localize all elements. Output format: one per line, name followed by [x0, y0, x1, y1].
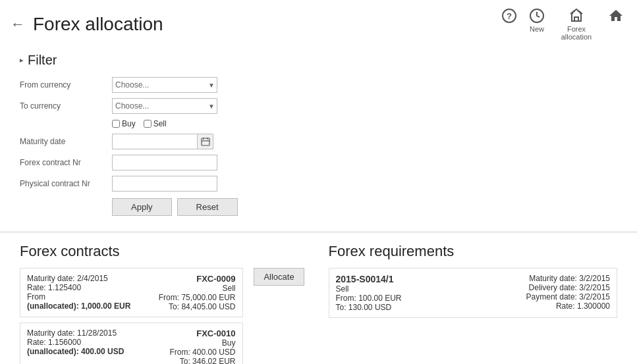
- contract-2-rate: Rate: 1.156000: [27, 338, 169, 347]
- forex-contract-nr-label: Forex contract Nr: [20, 158, 112, 167]
- allocate-button[interactable]: Allocate: [254, 268, 304, 286]
- to-currency-select-wrapper: Choose... EUR USD GBP JPY ▼: [112, 98, 217, 114]
- filter-header: ▸ Filter: [20, 53, 617, 68]
- requirements-panel: Forex requirements 2015-S0014/1 Sell Fro…: [309, 243, 618, 364]
- contract-1-from-unallocated: (unallocated): 1,000.00 EUR: [27, 301, 159, 311]
- maturity-date-row: Maturity date: [20, 134, 617, 149]
- physical-contract-nr-label: Physical contract Nr: [20, 179, 112, 188]
- contract-2-to-amount: To: 346.02 EUR: [169, 357, 235, 364]
- contract-1-maturity: Maturity date: 2/4/2015: [27, 274, 159, 283]
- from-currency-select-wrapper: Choose... EUR USD GBP JPY ▼: [112, 77, 217, 93]
- req-1-from: From: 100.00 EUR: [336, 294, 526, 303]
- contract-1-to-amount: To: 84,405.00 USD: [159, 302, 236, 311]
- header: ← Forex allocation ? New Forex: [0, 0, 637, 46]
- requirement-card-1: 2015-S0014/1 Sell From: 100.00 EUR To: 1…: [329, 268, 618, 318]
- maturity-date-label: Maturity date: [20, 137, 112, 146]
- bottom-section: Forex contracts Maturity date: 2/4/2015 …: [0, 232, 637, 364]
- svg-rect-4: [202, 138, 209, 145]
- req-1-maturity: Maturity date: 3/2/2015: [526, 274, 610, 283]
- back-button[interactable]: ←: [11, 17, 25, 32]
- contract-2-from-amount: From: 400.00 USD: [169, 348, 235, 357]
- contract-1-type: Sell: [159, 284, 236, 293]
- home-button[interactable]: [608, 8, 624, 24]
- contract-card-1-left: Maturity date: 2/4/2015 Rate: 1.125400 F…: [27, 274, 159, 311]
- header-left: ← Forex allocation: [11, 14, 163, 35]
- maturity-date-control: [112, 134, 213, 149]
- contract-1-from-label: From: [27, 292, 159, 301]
- requirements-title: Forex requirements: [329, 243, 618, 260]
- clock-button[interactable]: New: [529, 8, 545, 33]
- req-1-payment: Payment date: 3/2/2015: [526, 292, 610, 301]
- contract-1-id: FXC-0009: [159, 274, 236, 284]
- forex-contract-nr-row: Forex contract Nr: [20, 155, 617, 170]
- help-button[interactable]: ?: [501, 8, 517, 24]
- filter-collapse-icon[interactable]: ▸: [20, 56, 24, 65]
- req-1-rate: Rate: 1.300000: [526, 301, 610, 311]
- requirement-card-1-inner: 2015-S0014/1 Sell From: 100.00 EUR To: 1…: [336, 274, 611, 312]
- svg-rect-3: [574, 17, 578, 21]
- contract-1-rate: Rate: 1.125400: [27, 283, 159, 292]
- from-currency-select[interactable]: Choose... EUR USD GBP JPY: [112, 77, 217, 93]
- req-1-to: To: 130.00 USD: [336, 303, 526, 312]
- contracts-list: Maturity date: 2/4/2015 Rate: 1.125400 F…: [20, 268, 243, 364]
- contract-card-2-right: FXC-0010 Buy From: 400.00 USD To: 346.02…: [169, 328, 235, 364]
- contract-card-2-left: Maturity date: 11/28/2015 Rate: 1.156000…: [27, 328, 169, 364]
- from-currency-control: Choose... EUR USD GBP JPY ▼: [112, 77, 217, 93]
- contract-2-maturity: Maturity date: 11/28/2015: [27, 328, 169, 338]
- contracts-title: Forex contracts: [20, 243, 309, 260]
- contract-card-1-inner: Maturity date: 2/4/2015 Rate: 1.125400 F…: [27, 274, 236, 311]
- header-icons: ? New Forex allocation: [501, 8, 624, 41]
- buy-checkbox-label[interactable]: Buy: [112, 119, 136, 128]
- contracts-panel: Forex contracts Maturity date: 2/4/2015 …: [20, 243, 309, 364]
- from-currency-label: From currency: [20, 80, 112, 90]
- sell-label-text: Sell: [153, 119, 167, 128]
- calendar-button[interactable]: [198, 134, 213, 149]
- sell-checkbox-label[interactable]: Sell: [144, 119, 167, 128]
- contract-card-1-right: FXC-0009 Sell From: 75,000.00 EUR To: 84…: [159, 274, 236, 311]
- contract-2-type: Buy: [169, 338, 235, 348]
- contracts-with-button: Maturity date: 2/4/2015 Rate: 1.125400 F…: [20, 268, 309, 364]
- to-currency-control: Choose... EUR USD GBP JPY ▼: [112, 98, 217, 114]
- to-currency-row: To currency Choose... EUR USD GBP JPY ▼: [20, 98, 617, 114]
- buy-checkbox[interactable]: [112, 120, 120, 128]
- contract-2-from-unallocated: (unallocated): 400.00 USD: [27, 347, 169, 356]
- svg-text:?: ?: [507, 11, 512, 21]
- allocate-area: Allocate: [250, 268, 309, 286]
- req-1-left: 2015-S0014/1 Sell From: 100.00 EUR To: 1…: [336, 274, 526, 312]
- buy-sell-row: Buy Sell: [112, 119, 617, 128]
- page-title: Forex allocation: [33, 14, 163, 35]
- filter-buttons: Apply Reset: [112, 198, 617, 216]
- new-label: New: [530, 25, 544, 33]
- contract-card-2-inner: Maturity date: 11/28/2015 Rate: 1.156000…: [27, 328, 236, 364]
- req-1-delivery: Delivery date: 3/2/2015: [526, 283, 610, 292]
- forex-allocation-nav-button[interactable]: Forex allocation: [557, 8, 596, 41]
- filter-section: ▸ Filter From currency Choose... EUR USD…: [0, 46, 637, 226]
- to-currency-select[interactable]: Choose... EUR USD GBP JPY: [112, 98, 217, 114]
- req-1-id: 2015-S0014/1: [336, 274, 526, 284]
- forex-contract-nr-input[interactable]: [112, 155, 217, 170]
- contract-card-2: Maturity date: 11/28/2015 Rate: 1.156000…: [20, 323, 243, 364]
- physical-contract-nr-row: Physical contract Nr: [20, 176, 617, 192]
- contract-1-from-amount: From: 75,000.00 EUR: [159, 293, 236, 302]
- filter-title: Filter: [28, 53, 57, 68]
- contract-2-id: FXC-0010: [169, 328, 235, 338]
- forex-allocation-label: Forex allocation: [557, 25, 596, 41]
- contract-card-1: Maturity date: 2/4/2015 Rate: 1.125400 F…: [20, 268, 243, 317]
- buy-label-text: Buy: [122, 119, 136, 128]
- sell-checkbox[interactable]: [144, 120, 152, 128]
- reset-button[interactable]: Reset: [177, 198, 238, 216]
- maturity-date-input[interactable]: [112, 134, 198, 149]
- to-currency-label: To currency: [20, 101, 112, 111]
- req-1-type: Sell: [336, 284, 526, 294]
- apply-button[interactable]: Apply: [112, 198, 172, 216]
- from-currency-row: From currency Choose... EUR USD GBP JPY …: [20, 77, 617, 93]
- physical-contract-nr-input[interactable]: [112, 176, 217, 192]
- req-1-right: Maturity date: 3/2/2015 Delivery date: 3…: [526, 274, 610, 312]
